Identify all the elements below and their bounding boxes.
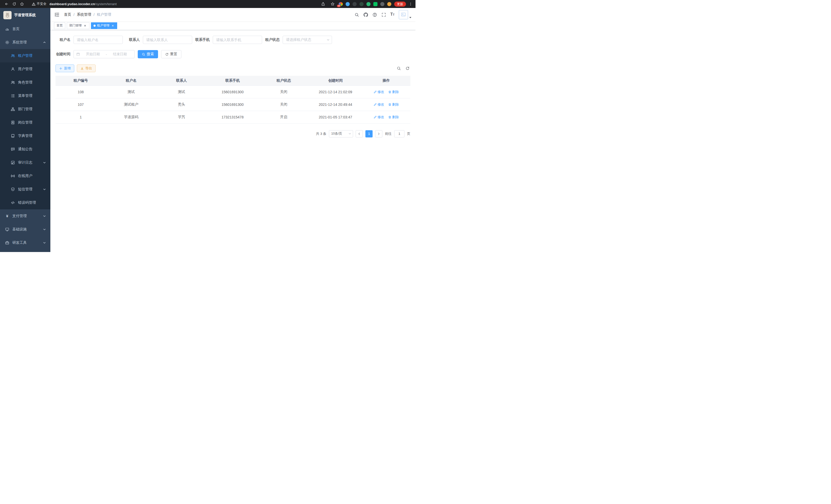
extension-badge: 10 <box>337 5 341 7</box>
extension-icon-5[interactable] <box>366 2 371 6</box>
yen-icon: ¥ <box>5 214 9 218</box>
plus-icon <box>59 67 62 70</box>
edit-button[interactable]: 修改 <box>374 115 384 119</box>
sidebar-item-payment-management[interactable]: ¥ 支付管理 <box>0 209 50 223</box>
list-icon <box>11 94 15 98</box>
sidebar-item-label: 岗位管理 <box>18 120 32 125</box>
close-icon[interactable] <box>111 24 115 28</box>
contact-label: 联系人 <box>123 37 143 42</box>
breadcrumb-separator: / <box>93 12 94 17</box>
share-icon[interactable] <box>320 1 326 7</box>
sidebar-item-post-management[interactable]: 岗位管理 <box>0 116 50 129</box>
tag-tenant-management[interactable]: 租户管理 <box>91 22 117 29</box>
extension-icon-7[interactable] <box>380 2 384 6</box>
start-date-placeholder: 开始日期 <box>81 52 105 57</box>
sidebar-item-online-users[interactable]: 在线用户 <box>0 169 50 183</box>
delete-button[interactable]: 删除 <box>388 90 399 94</box>
sidebar-item-tenant-management[interactable]: 租户管理 <box>0 49 50 62</box>
navbar-actions: TT <box>354 10 411 19</box>
sidebar-item-system-management[interactable]: 系统管理 <box>0 36 50 49</box>
calendar-icon <box>76 52 80 56</box>
next-page-button[interactable] <box>375 130 382 138</box>
extension-icon-8[interactable] <box>387 2 391 6</box>
tag-dept-management[interactable]: 部门管理 <box>67 22 89 29</box>
goto-page-input[interactable] <box>394 130 404 138</box>
github-icon[interactable] <box>363 12 368 17</box>
prev-page-button[interactable] <box>355 130 363 138</box>
sidebar-item-label: 首页 <box>12 27 20 31</box>
sidebar-item-notice-announcement[interactable]: 通知公告 <box>0 143 50 156</box>
table-toolbar: 新增 导出 <box>56 64 410 72</box>
chevron-down-icon <box>326 38 330 41</box>
page-number-button[interactable]: 1 <box>365 130 373 138</box>
close-icon[interactable] <box>83 24 87 28</box>
search-icon <box>142 53 145 56</box>
chevron-left-icon <box>358 132 361 135</box>
site-security-indicator[interactable]: 不安全 <box>32 2 47 6</box>
hamburger-icon[interactable] <box>55 12 60 17</box>
table-row: 107 测试租户 秃头 15601691300 关闭 2021-12-14 20… <box>56 98 410 111</box>
extension-icon-3[interactable] <box>352 2 357 6</box>
sidebar-item-role-management[interactable]: 角色管理 <box>0 76 50 89</box>
edit-button[interactable]: 修改 <box>374 90 384 94</box>
extension-icon-1[interactable]: 10 <box>339 2 343 6</box>
sidebar-item-home[interactable]: 首页 <box>0 22 50 36</box>
delete-button[interactable]: 删除 <box>388 115 399 119</box>
breadcrumb-system[interactable]: 系统管理 <box>77 12 91 17</box>
add-button[interactable]: 新增 <box>56 64 74 72</box>
help-icon[interactable] <box>372 12 377 17</box>
export-button[interactable]: 导出 <box>77 64 95 72</box>
tenant-name-input[interactable] <box>74 36 123 44</box>
avatar <box>399 10 408 19</box>
sidebar-item-dept-management[interactable]: 部门管理 <box>0 102 50 116</box>
search-button[interactable]: 搜索 <box>138 50 158 58</box>
extension-icon-6[interactable] <box>373 2 377 6</box>
sidebar-item-label: 字典管理 <box>18 134 32 138</box>
user-menu[interactable] <box>399 10 411 19</box>
bookmark-star-icon[interactable] <box>329 1 336 7</box>
back-icon[interactable] <box>3 1 10 7</box>
search-icon[interactable] <box>354 12 359 17</box>
sidebar-item-sms-management[interactable]: 短信管理 <box>0 183 50 196</box>
contact-input[interactable] <box>143 36 192 44</box>
status-select[interactable]: 请选择租户状态 <box>283 36 332 44</box>
chat-icon <box>11 147 15 151</box>
extension-icon-4[interactable] <box>360 2 364 6</box>
sidebar-item-infrastructure[interactable]: 基础设施 <box>0 223 50 236</box>
reset-button[interactable]: 重置 <box>161 50 181 58</box>
cell-contact: 芋艿 <box>156 111 207 123</box>
refresh-icon[interactable] <box>405 65 410 71</box>
shield-icon <box>11 187 15 191</box>
mobile-input[interactable] <box>213 36 262 44</box>
sidebar-item-dev-tools[interactable]: 研发工具 <box>0 236 50 249</box>
browser-update-button[interactable]: 更新 <box>394 2 406 7</box>
sidebar-item-dict-management[interactable]: 字典管理 <box>0 129 50 143</box>
edit-button[interactable]: 修改 <box>374 102 384 107</box>
sidebar-item-label: 研发工具 <box>12 240 27 245</box>
mobile-label: 联系手机 <box>192 37 213 42</box>
address-bar[interactable]: dashboard.yudao.iocoder.cn/system/tenant <box>50 2 316 6</box>
toggle-search-icon[interactable] <box>396 65 402 71</box>
fullscreen-icon[interactable] <box>381 12 386 17</box>
tag-label: 租户管理 <box>97 23 110 28</box>
sidebar-item-audit-log[interactable]: 审计日志 <box>0 156 50 169</box>
reload-icon[interactable] <box>11 1 18 7</box>
sidebar-item-label: 审计日志 <box>18 160 32 165</box>
extension-icon-2[interactable] <box>346 2 350 6</box>
sidebar-item-menu-management[interactable]: 菜单管理 <box>0 89 50 102</box>
tag-home[interactable]: 首页 <box>54 22 65 29</box>
browser-menu-icon[interactable] <box>409 2 412 6</box>
delete-button[interactable]: 删除 <box>388 102 399 107</box>
sidebar-item-error-code-management[interactable]: 错误码管理 <box>0 196 50 209</box>
cell-name: 测试租户 <box>106 98 156 111</box>
home-icon[interactable] <box>19 1 25 7</box>
column-header-status: 租户状态 <box>258 76 309 86</box>
date-range-picker[interactable]: 开始日期 - 结束日期 <box>74 50 135 58</box>
sidebar-item-user-management[interactable]: 用户管理 <box>0 62 50 76</box>
create-time-label: 创建时间 <box>56 52 74 57</box>
app-logo: 芋道管理系统 <box>0 8 50 22</box>
page-size-select[interactable]: 10条/页 <box>329 130 353 138</box>
font-size-icon[interactable]: TT <box>390 12 395 17</box>
breadcrumb-home[interactable]: 首页 <box>64 12 71 17</box>
cell-mobile: 15601691300 <box>207 86 258 98</box>
